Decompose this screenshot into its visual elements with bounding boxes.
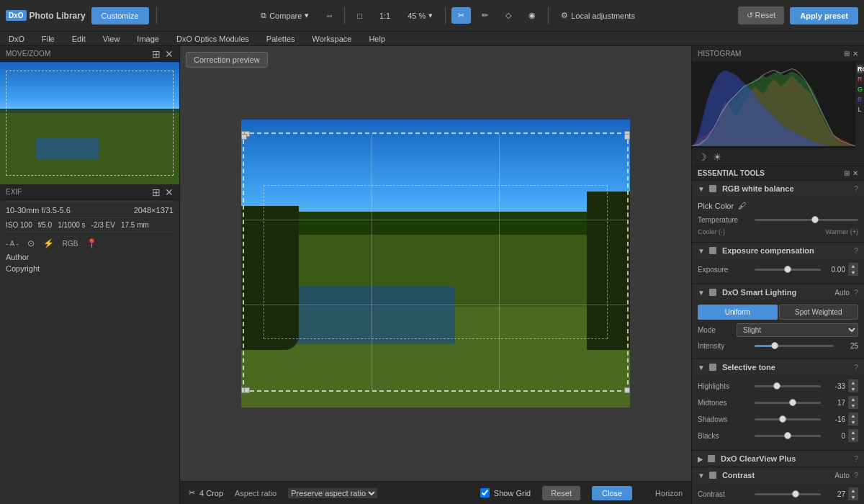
local-adj-button[interactable]: ⚙ Local adjustments: [554, 7, 642, 24]
temperature-track[interactable]: [755, 219, 858, 221]
shadows-track[interactable]: [755, 418, 821, 420]
hist-ch-g[interactable]: G: [857, 85, 863, 94]
eyedropper-icon[interactable]: 🖋: [738, 201, 747, 211]
moon-icon[interactable]: ☽: [698, 151, 707, 163]
compare-button[interactable]: ⧉ Compare ▾: [254, 7, 315, 24]
exp-help-icon[interactable]: ?: [854, 246, 858, 255]
hist-ch-b[interactable]: B: [857, 95, 863, 104]
eye-tool-button[interactable]: ◉: [522, 7, 542, 24]
exposure-track[interactable]: [755, 269, 821, 271]
hist-expand-icon[interactable]: ⊞: [844, 50, 850, 58]
sun-icon[interactable]: ☀: [713, 151, 722, 163]
show-grid-checkbox[interactable]: [480, 488, 490, 498]
uniform-button[interactable]: Uniform: [698, 305, 778, 320]
menu-edit[interactable]: Edit: [69, 35, 89, 43]
blacks-track[interactable]: [755, 435, 821, 437]
correction-preview-button[interactable]: Correction preview: [186, 52, 268, 68]
exif-expand-icon[interactable]: ⊞: [152, 186, 161, 198]
intensity-slider[interactable]: [755, 341, 834, 351]
highlights-up[interactable]: ▲: [848, 379, 858, 386]
reset-button[interactable]: ↺ Reset: [738, 6, 785, 24]
highlights-thumb[interactable]: [773, 382, 780, 390]
exif-close-icon[interactable]: ✕: [165, 186, 174, 198]
aspect-button[interactable]: □: [351, 8, 369, 24]
midtones-up[interactable]: ▲: [848, 396, 858, 402]
zoom-button[interactable]: 45 % ▾: [401, 7, 439, 24]
menu-dxo[interactable]: DxO: [6, 35, 27, 43]
menu-image[interactable]: Image: [134, 35, 162, 43]
close-icon[interactable]: ✕: [165, 48, 174, 60]
selective-tone-header[interactable]: ▼ Selective tone ?: [692, 359, 864, 375]
menu-help[interactable]: Help: [366, 35, 388, 43]
wb-help-icon[interactable]: ?: [854, 184, 858, 193]
preserve-ratio-select[interactable]: Preserve aspect ratio: [288, 488, 377, 498]
ct-help-icon[interactable]: ?: [854, 471, 858, 480]
temperature-thumb[interactable]: [811, 216, 819, 223]
hist-ch-rgb[interactable]: RGB: [857, 65, 863, 73]
shadows-down[interactable]: ▼: [848, 419, 858, 426]
contrast-slider[interactable]: [755, 489, 821, 499]
shadows-slider[interactable]: [755, 414, 821, 424]
apply-preset-button[interactable]: Apply preset: [790, 7, 858, 24]
midtones-thumb[interactable]: [789, 399, 796, 406]
st-help-icon[interactable]: ?: [854, 363, 858, 372]
exposure-slider[interactable]: [755, 264, 821, 274]
intensity-track[interactable]: [755, 345, 834, 347]
expand-icon[interactable]: ⊞: [152, 48, 161, 60]
shadows-up[interactable]: ▲: [848, 413, 858, 419]
dual-view-button[interactable]: ▫▫: [320, 8, 338, 24]
menu-view[interactable]: View: [100, 35, 123, 43]
contrast-header[interactable]: ▼ Contrast Auto ?: [692, 467, 864, 483]
brush-tool-button[interactable]: ✏: [475, 7, 495, 24]
shadows-row: Shadows -16 ▲ ▼: [698, 413, 858, 426]
crop-tool-button[interactable]: ✂: [451, 7, 471, 24]
bottom-reset-button[interactable]: Reset: [542, 486, 580, 500]
temperature-slider[interactable]: [755, 215, 858, 225]
exposure-thumb[interactable]: [784, 266, 791, 273]
midtones-track[interactable]: [755, 402, 821, 404]
bottom-close-button[interactable]: Close: [592, 486, 632, 500]
tools-close-icon[interactable]: ✕: [852, 169, 858, 177]
clearview-header[interactable]: ▶ DxO ClearView Plus ?: [692, 451, 864, 467]
customize-tab[interactable]: Customize: [91, 7, 149, 24]
sl-help-icon[interactable]: ?: [854, 288, 858, 297]
blacks-up[interactable]: ▲: [848, 429, 858, 436]
blacks-down[interactable]: ▼: [848, 436, 858, 442]
contrast-track[interactable]: [755, 493, 821, 495]
mode-select[interactable]: Slight: [737, 323, 858, 337]
tools-expand-icon[interactable]: ⊞: [844, 169, 850, 177]
spot-weighted-button[interactable]: Spot Weighted: [779, 305, 859, 320]
menu-file[interactable]: File: [39, 35, 58, 43]
highlights-down[interactable]: ▼: [848, 386, 858, 392]
blacks-slider[interactable]: [755, 431, 821, 441]
highlights-slider[interactable]: [755, 381, 821, 391]
show-grid-item[interactable]: Show Grid: [480, 488, 531, 498]
menu-workspace[interactable]: Workspace: [310, 35, 355, 43]
shadows-thumb[interactable]: [779, 415, 786, 423]
shape-tool-button[interactable]: ◇: [499, 7, 518, 24]
midtones-down[interactable]: ▼: [848, 402, 858, 409]
hist-close-icon[interactable]: ✕: [852, 50, 858, 58]
preserve-ratio-item[interactable]: Preserve aspect ratio: [288, 488, 377, 498]
menu-palettes[interactable]: Palettes: [264, 35, 298, 43]
contrast-value: 27: [824, 490, 845, 498]
contrast-up[interactable]: ▲: [848, 487, 858, 494]
ratio-button[interactable]: 1:1: [373, 8, 397, 24]
blacks-thumb[interactable]: [784, 432, 791, 439]
cv-help-icon[interactable]: ?: [854, 454, 858, 463]
menu-dxo-optics[interactable]: DxO Optics Modules: [174, 35, 252, 43]
exposure-header[interactable]: ▼ Exposure compensation ?: [692, 243, 864, 258]
white-balance-header[interactable]: ▼ RGB white balance ?: [692, 181, 864, 197]
midtones-slider[interactable]: [755, 397, 821, 408]
exposure-up[interactable]: ▲: [848, 263, 858, 269]
smart-lighting-header[interactable]: ▼ DxO Smart Lighting Auto ?: [692, 284, 864, 300]
intensity-thumb[interactable]: [771, 342, 778, 349]
exposure-down[interactable]: ▼: [848, 269, 858, 276]
image-canvas[interactable]: 1821 × 1219 px (3/2): [180, 46, 691, 481]
hist-ch-r[interactable]: R: [857, 75, 863, 84]
contrast-thumb[interactable]: [792, 490, 799, 498]
hist-ch-l[interactable]: L: [857, 105, 863, 114]
highlights-track[interactable]: [755, 385, 821, 387]
app-name[interactable]: Photo Library: [30, 11, 86, 21]
contrast-down[interactable]: ▼: [848, 494, 858, 500]
